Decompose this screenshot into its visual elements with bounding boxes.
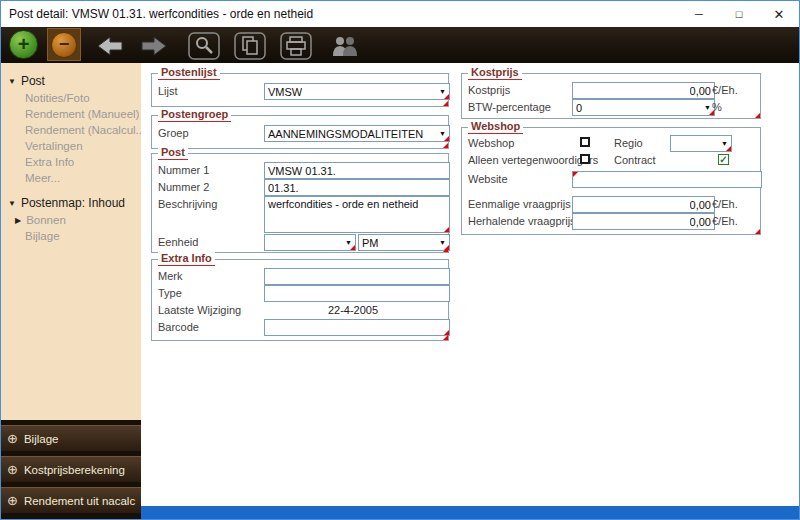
print-button[interactable] — [277, 31, 315, 61]
copy-button[interactable] — [231, 31, 269, 61]
group-title-postenlijst: Postenlijst — [158, 66, 220, 80]
minimize-button[interactable]: ─ — [679, 1, 719, 27]
sidebar-item-bonnen[interactable]: ▶ Bonnen — [1, 212, 141, 228]
website-label: Website — [468, 172, 508, 187]
contract-checkbox[interactable]: ✓ — [718, 154, 729, 165]
merk-label: Merk — [158, 269, 182, 284]
add-button[interactable]: + — [9, 30, 38, 59]
webshop-checkbox[interactable] — [580, 137, 590, 147]
group-post: Post Nummer 1 VMSW 01.31. Nummer 2 01.31… — [151, 153, 449, 253]
btw-value: 0 — [576, 102, 582, 114]
bar-label: Bijlage — [24, 433, 59, 445]
search-icon — [197, 38, 212, 53]
sidebar-section-label: Postenmap: Inhoud — [21, 196, 125, 210]
lijst-label: Lijst — [158, 84, 178, 99]
herhalende-vraagprijs-field[interactable]: 0,00 — [572, 213, 715, 230]
sidebar-tree: ▼ Post Notities/Foto Rendement (Manueel)… — [1, 63, 141, 244]
circle-plus-icon: ⊕ — [7, 493, 18, 508]
forward-button[interactable] — [139, 34, 169, 58]
regio-dropdown[interactable]: ▼ — [670, 135, 732, 152]
btw-dropdown[interactable]: 0 ▼ — [572, 99, 715, 116]
kostprijs-value: 0,00 — [690, 85, 711, 97]
barcode-field[interactable] — [264, 319, 450, 336]
forward-icon — [142, 37, 166, 55]
bar-label: Kostprijsberekening — [24, 464, 125, 476]
group-postenlijst: Postenlijst Lijst VMSW ▼ — [151, 73, 449, 107]
titlebar: Post detail: VMSW 01.31. werfcondities -… — [1, 1, 799, 27]
chevron-expanded-icon: ▼ — [8, 77, 16, 86]
sidebar-section-label: Post — [21, 74, 45, 88]
eenmalige-vraagprijs-unit: €/Eh. — [712, 196, 738, 213]
group-postengroep: Postengroep Groep AANNEMINGSMODALITEITEN… — [151, 115, 449, 149]
sidebar-item-rendement-manueel[interactable]: Rendement (Manueel) — [1, 106, 141, 122]
eenheid-value-2: PM — [362, 237, 379, 249]
btw-label: BTW-percentage — [468, 100, 551, 115]
close-button[interactable]: ✕ — [759, 1, 799, 27]
minus-circle: − — [51, 32, 77, 58]
eenmalige-vraagprijs-field[interactable]: 0,00 — [572, 196, 715, 213]
alleen-vertegenwoordigers-checkbox[interactable] — [580, 154, 590, 164]
website-field[interactable] — [572, 171, 762, 188]
maximize-button[interactable]: □ — [719, 1, 759, 27]
beschrijving-label: Beschrijving — [158, 197, 217, 212]
chevron-down-icon: ▼ — [341, 239, 352, 246]
group-title-postengroep: Postengroep — [158, 108, 231, 122]
kostprijs-field[interactable]: 0,00 — [572, 82, 715, 99]
sidebar-item-vertalingen[interactable]: Vertalingen — [1, 138, 141, 154]
nummer2-label: Nummer 2 — [158, 180, 209, 195]
nummer2-value: 01.31. — [268, 182, 299, 194]
minimize-icon: ─ — [695, 8, 703, 20]
eenheid-dropdown-1[interactable]: ▼ — [264, 234, 356, 251]
sidebar-item-label: Bonnen — [26, 214, 66, 226]
sidebar-item-bijlage[interactable]: Bijlage — [1, 228, 141, 244]
maximize-icon: □ — [736, 8, 743, 20]
chevron-down-icon: ▼ — [700, 104, 711, 111]
groep-dropdown[interactable]: AANNEMINGSMODALITEITEN ▼ — [264, 125, 450, 142]
group-webshop: Webshop Webshop Regio ▼ Alleen vertegenw… — [461, 127, 761, 235]
sidebar-item-extra-info[interactable]: Extra Info — [1, 154, 141, 170]
plus-icon: + — [18, 33, 30, 56]
sidebar-item-meer[interactable]: Meer... — [1, 170, 141, 186]
sidebar-bottom-buttons: ⊕ Bijlage ⊕ Kostprijsberekening ⊕ Rendem… — [1, 420, 141, 519]
users-button[interactable] — [325, 31, 363, 61]
beschrijving-value: werfcondities - orde en netheid — [268, 198, 418, 210]
check-icon: ✓ — [719, 154, 727, 165]
kostprijs-unit: €/Eh. — [712, 82, 738, 99]
group-title-webshop: Webshop — [468, 120, 523, 134]
eenheid-dropdown-2[interactable]: PM ▼ — [358, 234, 450, 251]
remove-button[interactable]: − — [47, 28, 81, 61]
window-title: Post detail: VMSW 01.31. werfcondities -… — [9, 1, 313, 27]
contract-label: Contract — [614, 153, 656, 168]
group-extra-info: Extra Info Merk Type Laatste Wijziging 2… — [151, 259, 449, 341]
groep-label: Groep — [158, 126, 189, 141]
group-title-post: Post — [158, 146, 188, 160]
sidebar: ▼ Post Notities/Foto Rendement (Manueel)… — [1, 63, 141, 519]
users-icon — [333, 37, 357, 56]
back-button[interactable] — [95, 34, 125, 58]
bijlage-expand-button[interactable]: ⊕ Bijlage — [1, 425, 141, 451]
kostprijsberekening-expand-button[interactable]: ⊕ Kostprijsberekening — [1, 456, 141, 482]
laatste-wijziging-label: Laatste Wijziging — [158, 303, 241, 318]
groep-value: AANNEMINGSMODALITEITEN — [268, 128, 423, 140]
lijst-dropdown[interactable]: VMSW ▼ — [264, 83, 450, 100]
rendement-uit-nacalc-expand-button[interactable]: ⊕ Rendement uit nacalc — [1, 487, 141, 513]
group-title-kostprijs: Kostprijs — [468, 66, 522, 80]
regio-label: Regio — [614, 136, 643, 151]
barcode-label: Barcode — [158, 320, 199, 335]
bar-label: Rendement uit nacalc — [24, 495, 135, 507]
bottom-accent-strip — [141, 506, 799, 519]
button-outline — [189, 33, 219, 59]
copy-icon — [243, 37, 257, 54]
beschrijving-field[interactable]: werfcondities - orde en netheid — [264, 196, 450, 233]
sidebar-section-post[interactable]: ▼ Post — [1, 72, 141, 90]
sidebar-item-rendement-nacalcul[interactable]: Rendement (Nacalcul... — [1, 122, 141, 138]
nummer1-field[interactable]: VMSW 01.31. — [264, 162, 450, 179]
chevron-down-icon: ▼ — [717, 140, 728, 147]
merk-field[interactable] — [264, 268, 450, 285]
main-content: Postenlijst Lijst VMSW ▼ Postengroep Gro… — [141, 63, 799, 506]
type-field[interactable] — [264, 285, 450, 302]
sidebar-item-notities-foto[interactable]: Notities/Foto — [1, 90, 141, 106]
sidebar-section-postenmap[interactable]: ▼ Postenmap: Inhoud — [1, 194, 141, 212]
nummer2-field[interactable]: 01.31. — [264, 179, 450, 196]
search-button[interactable] — [185, 31, 223, 61]
